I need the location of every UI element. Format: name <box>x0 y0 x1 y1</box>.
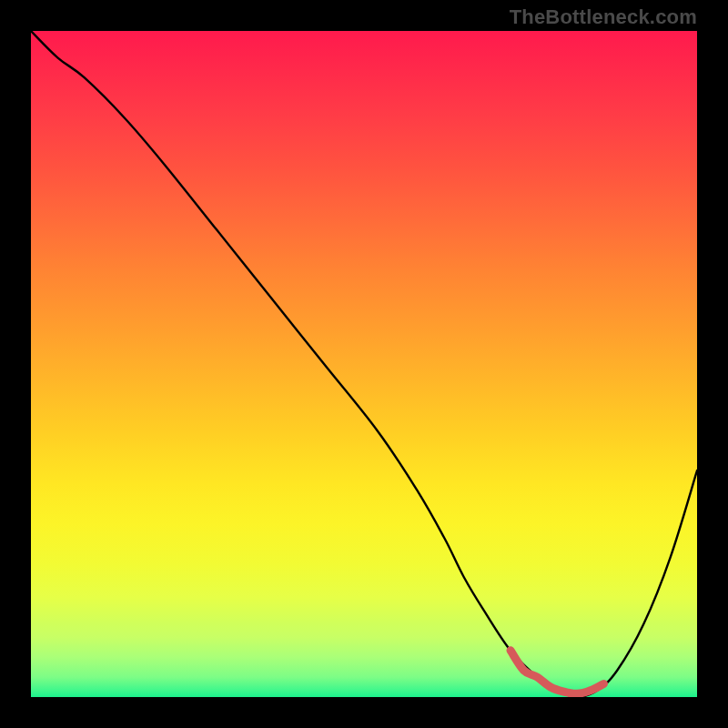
plot-area <box>31 31 697 697</box>
watermark-text: TheBottleneck.com <box>510 5 697 29</box>
trough-highlight <box>511 651 604 694</box>
bottleneck-curve <box>31 31 697 697</box>
chart-frame: TheBottleneck.com <box>0 0 728 728</box>
curve-svg <box>31 31 697 697</box>
